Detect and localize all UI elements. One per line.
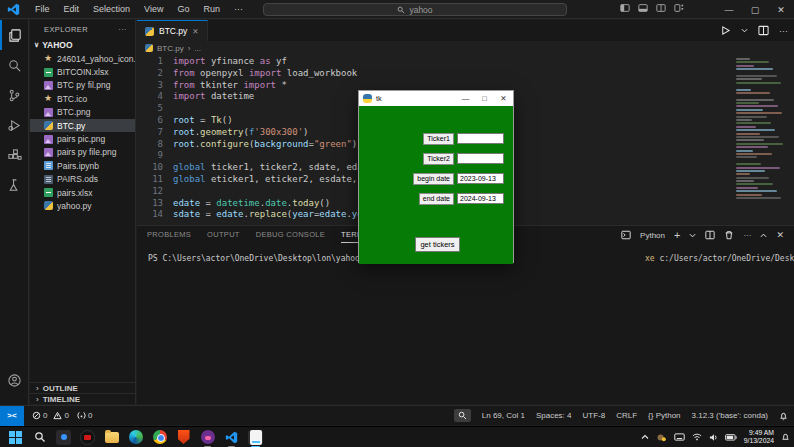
panel-more-actions-icon[interactable]: ··· (743, 231, 751, 240)
split-editor-layout-icon[interactable] (656, 3, 666, 13)
file-item-bitcoin-xlsx[interactable]: BITCOIN.xlsx (30, 65, 135, 78)
terminal-prompt-line[interactable]: PS C:\Users\actor\OneDrive\Desktop\lon\y… (148, 254, 374, 263)
taskbar-app-edge[interactable] (128, 430, 143, 445)
minimap-line (736, 105, 778, 107)
menu-run[interactable]: Run (196, 0, 227, 18)
explorer-icon[interactable] (0, 20, 29, 50)
cursor-position-status[interactable]: Ln 69, Col 1 (482, 411, 525, 420)
testing-icon[interactable] (0, 170, 29, 200)
taskbar-app-chrome[interactable] (152, 430, 167, 445)
tk-window[interactable]: tk — □ ✕ get tickers Ticker1Ticker2begin… (358, 90, 514, 263)
file-item-yahoo-py[interactable]: yahoo.py (30, 199, 135, 212)
taskbar-app-media-app[interactable] (80, 430, 95, 445)
menu-go[interactable]: Go (170, 0, 196, 18)
file-item-pairs-ipynb[interactable]: Pairs.ipynb (30, 159, 135, 172)
wifi-icon[interactable] (692, 433, 702, 441)
terminal-dropdown-chevron-icon[interactable] (689, 232, 696, 239)
run-debug-icon[interactable] (0, 110, 29, 140)
kill-terminal-trash-icon[interactable] (724, 230, 734, 240)
breadcrumb[interactable]: BTC.py › ... (145, 41, 201, 55)
menu-edit[interactable]: Edit (57, 0, 87, 18)
run-dropdown-chevron-icon[interactable] (741, 27, 748, 34)
taskbar-app-monitor-app[interactable] (56, 430, 71, 445)
tab-close-icon[interactable]: ✕ (192, 27, 198, 36)
tk-window-body: get tickers Ticker1Ticker2begin dateend … (359, 106, 513, 264)
window-maximize-button[interactable]: ▢ (742, 0, 768, 19)
tray-app-icon[interactable] (656, 433, 667, 442)
remote-indicator-button[interactable]: >< (0, 406, 24, 426)
taskbar-app-file-explorer[interactable] (104, 430, 119, 445)
toggle-panel-icon[interactable] (638, 3, 648, 13)
tk-maximize-button[interactable]: □ (475, 91, 494, 106)
file-item-246014-yahoo-icon-ico[interactable]: ★246014_yahoo_icon.ico (30, 52, 135, 65)
command-search-box[interactable]: yahoo (263, 3, 567, 16)
touch-keyboard-icon[interactable] (674, 433, 685, 441)
taskbar-app-start[interactable] (8, 430, 23, 445)
close-panel-icon[interactable]: ✕ (776, 230, 784, 240)
tray-chevron-up-icon[interactable] (641, 433, 649, 441)
problems-status[interactable]: 0 0 (32, 411, 69, 420)
panel-tab-debug-console[interactable]: DEBUG CONSOLE (256, 230, 325, 243)
panel-tab-output[interactable]: OUTPUT (207, 230, 240, 243)
zoom-status-button[interactable] (454, 409, 471, 422)
tk-close-button[interactable]: ✕ (494, 91, 513, 106)
menu-file[interactable]: File (28, 0, 57, 18)
file-item-btc-ico[interactable]: ★BTC.ico (30, 92, 135, 105)
file-item-pairs-pic-png[interactable]: pairs pic.png (30, 132, 135, 145)
indentation-status[interactable]: Spaces: 4 (536, 411, 572, 420)
source-control-icon[interactable] (0, 80, 29, 110)
menu-view[interactable]: View (137, 0, 170, 18)
editor-more-actions-icon[interactable]: ··· (779, 26, 788, 36)
search-sidebar-icon[interactable] (0, 50, 29, 80)
window-close-button[interactable]: ✕ (768, 0, 794, 19)
taskbar-app-search[interactable] (32, 430, 47, 445)
minimap[interactable] (736, 58, 788, 200)
customize-layout-icon[interactable] (674, 3, 684, 13)
extensions-icon[interactable] (0, 140, 29, 170)
taskbar-app-purple-app[interactable] (200, 430, 215, 445)
maximize-panel-chevron-icon[interactable] (760, 232, 767, 239)
window-minimize-button[interactable]: — (716, 0, 742, 19)
split-editor-icon[interactable] (758, 25, 769, 36)
file-item-btc-png[interactable]: BTC.png (30, 106, 135, 119)
get-tickers-button[interactable]: get tickers (415, 237, 460, 252)
battery-icon[interactable] (725, 434, 737, 441)
file-item-pairs-py-file-png[interactable]: pairs py file.png (30, 146, 135, 159)
encoding-status[interactable]: UTF-8 (583, 411, 606, 420)
menu-[interactable]: ··· (227, 0, 250, 18)
notifications-bell-icon[interactable] (779, 411, 788, 421)
tk-titlebar[interactable]: tk — □ ✕ (359, 91, 513, 106)
panel-tab-problems[interactable]: PROBLEMS (147, 230, 191, 243)
tab-btc-py[interactable]: BTC.py ✕ (137, 20, 208, 41)
explorer-more-icon[interactable]: ··· (118, 25, 127, 34)
folder-root-yahoo[interactable]: ∨ YAHOO (30, 38, 135, 52)
toggle-sidebar-icon[interactable] (620, 3, 630, 13)
taskbar-app-brave[interactable] (176, 430, 191, 445)
terminal-profile-label[interactable]: Python (640, 231, 665, 240)
file-item-pairs-xlsx[interactable]: pairs.xlsx (30, 186, 135, 199)
outline-section[interactable]: › OUTLINE (30, 382, 135, 393)
run-python-file-icon[interactable] (720, 25, 731, 36)
tk-minimize-button[interactable]: — (456, 91, 475, 106)
notification-center-icon[interactable] (781, 432, 790, 442)
accounts-icon[interactable] (0, 365, 29, 395)
python-interpreter-status[interactable]: 3.12.3 ('base': conda) (692, 411, 768, 420)
taskbar-clock[interactable]: 9:49 AM 9/13/2024 (744, 429, 774, 445)
volume-icon[interactable] (709, 433, 718, 442)
forwarded-ports-status[interactable]: 0 (77, 411, 92, 420)
file-item-btc-py[interactable]: BTC.py (30, 119, 135, 132)
tk-entry-end-date[interactable] (457, 193, 504, 204)
tk-entry-ticker2[interactable] (457, 153, 504, 164)
tk-entry-ticker1[interactable] (457, 133, 504, 144)
new-terminal-icon[interactable]: + (674, 229, 680, 241)
taskbar-app-notepad[interactable] (248, 430, 263, 445)
taskbar-app-vscode[interactable] (224, 430, 239, 445)
file-item-btc-py-fil-png[interactable]: BTC py fil.png (30, 79, 135, 92)
split-terminal-icon[interactable] (705, 230, 715, 240)
language-mode-status[interactable]: {} Python (648, 411, 680, 420)
menu-selection[interactable]: Selection (86, 0, 137, 18)
file-item-pairs-ods[interactable]: PAIRS.ods (30, 173, 135, 186)
timeline-section[interactable]: › TIMELINE (30, 393, 135, 404)
tk-entry-begin-date[interactable] (457, 173, 504, 184)
eol-status[interactable]: CRLF (616, 411, 637, 420)
